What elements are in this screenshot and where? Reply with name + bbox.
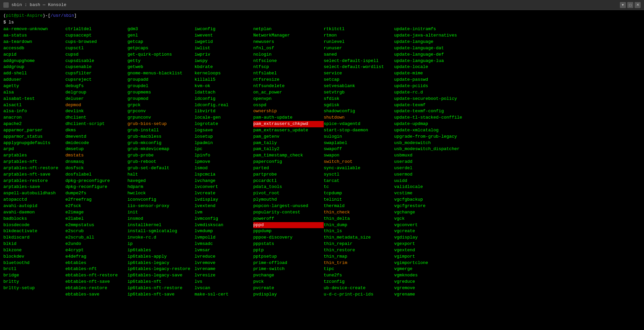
- list-item: update-pciids: [394, 83, 478, 89]
- list-item: thin_metadata_size: [324, 235, 394, 241]
- list-item: iwlist: [195, 45, 253, 52]
- list-item: setvesablank: [324, 83, 394, 89]
- list-item: blkzone: [3, 247, 65, 254]
- list-item: prime-offload: [253, 260, 324, 266]
- list-item: useradd: [394, 159, 478, 165]
- list-item: pptpsetup: [253, 254, 324, 260]
- list-item: dhclient-script: [65, 121, 127, 127]
- list-item: lvresize: [195, 272, 253, 279]
- list-item: vgrename: [394, 291, 478, 298]
- list-item: add-shell: [3, 70, 65, 77]
- list-item-ownership: ownership: [253, 108, 324, 115]
- list-item: avahi-daemon: [3, 209, 65, 216]
- list-item: update-rc.d: [394, 89, 478, 96]
- list-item: e4defrag: [65, 254, 127, 260]
- list-item: rtmon: [324, 32, 394, 39]
- list-item: install-sgmlcatalog: [127, 228, 195, 235]
- list-item: groupmod: [127, 96, 195, 102]
- list-item: pvdisplay: [253, 291, 324, 298]
- list-item: sgdisk: [324, 102, 394, 109]
- list-item: killall5: [195, 77, 253, 83]
- list-item: dmsetup: [65, 146, 127, 152]
- list-item: select-default-ispell: [324, 58, 394, 64]
- list-item-dmstats: dmstats: [65, 152, 127, 159]
- list-item: e2undo: [65, 241, 127, 247]
- title-bar-title: sbin : bash — Konsole: [11, 2, 66, 7]
- list-item: update-texmf-config: [394, 108, 478, 115]
- list-item: e4crypt: [65, 247, 127, 254]
- list-item: halt: [127, 172, 195, 178]
- list-item: ip: [127, 241, 195, 247]
- list-item: bridge: [3, 272, 65, 279]
- list-item: prime-switch: [253, 266, 324, 272]
- list-item: dumpe2fs: [65, 190, 127, 197]
- list-item: ebtables-nft: [65, 266, 127, 272]
- list-item: grub-probe: [127, 152, 195, 159]
- list-item: lvmpolld: [195, 235, 253, 241]
- list-item: dosfslabel: [65, 172, 127, 178]
- list-item: iio-sensor-proxy: [127, 203, 195, 209]
- list-item: lpadmin: [195, 140, 253, 146]
- list-item: get-quirk-options: [127, 52, 195, 58]
- list-item: ldconfig.real: [195, 102, 253, 109]
- list-item: ldattach: [195, 89, 253, 96]
- list-item: getweb: [127, 64, 195, 70]
- list-item: update-locale: [394, 64, 478, 70]
- list-item: delgroup: [65, 89, 127, 96]
- list-item: update-texmf: [394, 102, 478, 109]
- list-item: deluser: [65, 96, 127, 102]
- list-item: plymouthd: [253, 197, 324, 203]
- list-item: brltty-setup: [3, 285, 65, 291]
- list-item: dmidecode: [65, 140, 127, 146]
- list-item: dpkg-reconfigure: [65, 184, 127, 190]
- col-2: ctrlaltdel cupsaccept cups-browsed cupsc…: [65, 26, 127, 298]
- konsole-icon: [3, 2, 9, 8]
- list-item: swapoff: [324, 146, 394, 152]
- list-item: usermod: [394, 172, 478, 178]
- list-item: ntfsundelete: [253, 83, 324, 89]
- list-item: groupadd: [127, 77, 195, 83]
- maximize-button[interactable]: □: [627, 2, 633, 8]
- list-item: swapon: [324, 152, 394, 159]
- list-item: ntfscp: [253, 64, 324, 70]
- list-item: getpcaps: [127, 45, 195, 52]
- minimize-button[interactable]: ▾: [620, 2, 626, 8]
- list-item: ip6tables: [127, 247, 195, 254]
- list-item: thin_ls: [324, 228, 394, 235]
- list-item: netplan: [253, 26, 324, 32]
- list-item: setcap: [324, 77, 394, 83]
- list-item: update-xmlcatalog: [394, 127, 478, 134]
- list-item: ip6tables-nft-save: [127, 291, 195, 298]
- list-item: grpunconv: [127, 115, 195, 121]
- list-item: vgck: [394, 216, 478, 222]
- list-item: tc: [324, 184, 394, 190]
- list-item: atopacctd: [3, 197, 65, 203]
- list-item: blkid: [3, 241, 65, 247]
- list-item: alsactl: [3, 102, 65, 109]
- list-item: thermald: [324, 203, 394, 209]
- list-item: arptables-nft-save: [3, 172, 65, 178]
- title-bar-left: sbin : bash — Konsole: [3, 2, 66, 8]
- terminal[interactable]: (pit@pit-Aspire)-[/usr/sbin] $ ls aa-rem…: [0, 10, 644, 330]
- list-item: vgmerge: [394, 266, 478, 272]
- list-item: installkernel: [127, 222, 195, 228]
- list-item: usb_modeswitch: [394, 140, 478, 146]
- list-item: ip6tables-legacy-save: [127, 272, 195, 279]
- list-item: lvchange: [195, 178, 253, 184]
- list-item: update-language-dat: [394, 45, 478, 52]
- prompt-sq-close: ]: [74, 13, 77, 18]
- list-item: cupsfilter: [65, 70, 127, 77]
- list-item: lvcreate: [195, 190, 253, 197]
- list-item: lvmsar: [195, 247, 253, 254]
- list-item: rtkitctl: [324, 26, 394, 32]
- list-item: locale-gen: [195, 115, 253, 121]
- list-item: update-initramfs: [394, 26, 478, 32]
- list-item: sulogin: [324, 134, 394, 140]
- list-item: lpc: [195, 146, 253, 152]
- list-item: vgchange: [394, 209, 478, 216]
- list-item: ebtables-nft-save: [65, 279, 127, 285]
- list-item: ebtables-save: [65, 291, 127, 298]
- list-item: groupmems: [127, 89, 195, 96]
- close-button[interactable]: ✕: [635, 2, 641, 8]
- list-item: service: [324, 70, 394, 77]
